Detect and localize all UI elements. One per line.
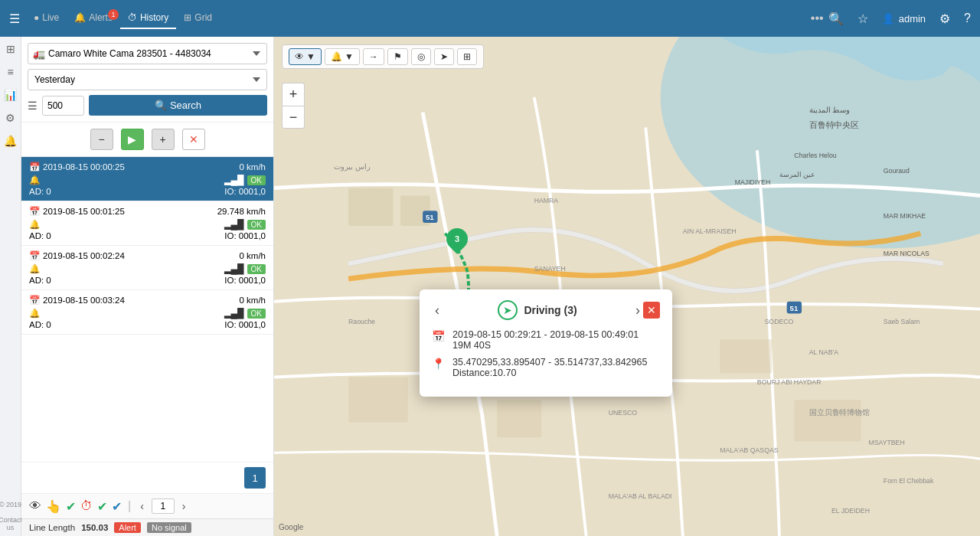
filter-row: 👁 👆 ✔ ⏱ ✔ ✔ | ‹ › [21,493,273,518]
map-area[interactable]: راس بيروت HAMRA AIN AL-MRAISEH MAJIDIYEH… [274,37,980,536]
limit-input[interactable] [42,96,84,116]
map-svg: راس بيروت HAMRA AIN AL-MRAISEH MAJIDIYEH… [274,37,980,536]
topnav-help-icon[interactable]: ? [964,11,971,25]
map-view-tool-button[interactable]: ⊞ [457,48,477,65]
prev-page-arrow[interactable]: ‹ [137,498,147,514]
svg-text:Gouraud: Gouraud [884,167,910,175]
admin-menu[interactable]: 👤 admin [882,13,926,25]
svg-rect-2 [348,188,393,226]
svg-text:BOURJ ABI HAYDAR: BOURJ ABI HAYDAR [757,378,822,386]
tab-grid[interactable]: ⊞ Grid [176,8,220,29]
truck-icon: 🚛 [33,48,45,60]
popup-calendar-icon: 📅 [432,330,445,342]
popup-prev-button[interactable]: ‹ [432,302,443,319]
more-tabs-icon[interactable]: ••• [806,11,828,25]
step-back-button[interactable]: − [90,129,113,150]
event-item-1[interactable]: 📅 2019-08-15 00:00:25 0 km/h 🔔 ▂▄█ OK AD… [21,157,273,201]
map-toolbar: 👁 ▼ 🔔 ▼ → ⚑ ◎ ➤ ⊞ [282,44,484,69]
playback-controls: − ▶ + ✕ [21,123,273,157]
step-forward-button[interactable]: + [152,129,175,150]
svg-text:EL JDEIDEH: EL JDEIDEH [831,507,870,515]
calendar-icon-4: 📅 [29,295,40,306]
leftnav-copyright: © 2019 Contact us [0,496,24,536]
svg-text:MAR NICOLAS: MAR NICOLAS [884,250,929,257]
eye-tool-button[interactable]: 👁 ▼ [289,48,322,65]
event-item-4[interactable]: 📅 2019-08-15 00:03:24 0 km/h 🔔 ▂▄█ OK AD… [21,290,273,335]
arrow-tool-button[interactable]: → [363,48,384,65]
popup-datetime-row: 📅 2019-08-15 00:29:21 - 2019-08-15 00:49… [432,329,660,351]
leftnav-icon-settings[interactable]: ⚙ [5,112,15,124]
sidebar: 🚛 Camaro White Cama 283501 - 4483034 Yes… [21,37,274,536]
filter-check3-icon[interactable]: ✔ [112,499,122,514]
popup-close-button[interactable]: ✕ [643,302,660,319]
flag-tool-button[interactable]: ⚑ [387,48,408,65]
navigate-tool-button[interactable]: ➤ [434,48,454,65]
menu-icon[interactable]: ☰ [9,11,20,26]
filter-clock-icon[interactable]: ⏱ [80,499,93,513]
zoom-out-button[interactable]: − [282,106,305,129]
map-copyright: Google [279,523,303,531]
list-view-icon[interactable]: ☰ [28,100,38,112]
svg-text:AL NAB'A: AL NAB'A [809,348,838,356]
tab-live[interactable]: ● Live [26,8,67,29]
alert-badge: Alert [114,522,141,533]
map-pin-marker: 3 [442,224,472,254]
event-item-3[interactable]: 📅 2019-08-15 00:02:24 0 km/h 🔔 ▂▄█ OK AD… [21,246,273,290]
leftnav-icon-alert[interactable]: 🔔 [4,135,17,147]
filter-check2-icon[interactable]: ✔ [97,499,107,514]
bell-tool-icon: 🔔 [331,51,342,62]
popup-location-row: 📍 35.470295,33.895407 - 35.514737,33.842… [432,357,660,378]
svg-text:راس بيروت: راس بيروت [334,162,371,172]
status-bar: Line Length 150.03 Alert No signal [21,518,273,536]
layers-tool-button[interactable]: ◎ [411,48,431,65]
filter-cursor-icon[interactable]: 👆 [46,499,61,514]
event-item-2[interactable]: 📅 2019-08-15 00:01:25 29.748 km/h 🔔 ▂▄█ … [21,201,273,246]
eye-icon: 👁 [295,51,304,62]
page-number-input[interactable] [152,498,175,514]
controls-area: 🚛 Camaro White Cama 283501 - 4483034 Yes… [21,37,273,123]
svg-text:Charles Helou: Charles Helou [794,152,836,159]
map-pin[interactable]: 3 [446,228,468,250]
svg-text:UNESCO: UNESCO [609,409,637,417]
search-button[interactable]: 🔍 Search [89,95,267,116]
svg-text:MAJIDIYEH: MAJIDIYEH [735,178,771,186]
filter-check-icon[interactable]: ✔ [66,499,76,514]
svg-text:Forn El Chebbak: Forn El Chebbak [884,477,934,485]
svg-text:百鲁特中央区: 百鲁特中央区 [809,119,859,129]
tab-alerts[interactable]: 🔔 Alerts 1 [67,8,120,29]
svg-text:AIN AL-MRAISEH: AIN AL-MRAISEH [683,227,737,235]
topnav-star-icon[interactable]: ☆ [858,11,868,26]
topnav-settings-icon[interactable]: ⚙ [939,11,950,26]
eye-dropdown-icon: ▼ [306,51,315,62]
date-range-select[interactable]: Yesterday [28,69,267,90]
svg-text:SODECO: SODECO [765,318,794,325]
bell-tool-button[interactable]: 🔔 ▼ [325,48,360,65]
play-button[interactable]: ▶ [121,129,144,150]
grid-icon: ⊞ [184,12,191,23]
filter-separator: | [128,499,131,513]
filter-eye-icon[interactable]: 👁 [29,499,41,513]
svg-text:51: 51 [790,304,799,312]
alerts-badge: 1 [108,9,119,20]
vehicle-select[interactable]: Camaro White Cama 283501 - 4483034 [28,43,267,64]
zoom-in-button[interactable]: + [282,83,305,106]
live-icon: ● [34,12,39,23]
page-1-button[interactable]: 1 [244,467,266,489]
next-page-arrow[interactable]: › [179,498,189,514]
leftnav-icon-map[interactable]: ⊞ [6,43,15,55]
svg-text:Saeb Salam: Saeb Salam [884,318,920,325]
svg-rect-6 [720,339,772,373]
step-back-icon: − [98,133,104,145]
svg-rect-9 [794,400,861,441]
status-badge-3: OK [247,264,266,274]
bell-icon-3: 🔔 [29,263,40,274]
leftnav-icon-chart[interactable]: 📊 [4,89,17,101]
topnav-search-icon[interactable]: 🔍 [828,11,844,26]
popup-header: ‹ ➤ Driving (3) › ✕ [432,300,660,320]
stop-button[interactable]: ✕ [182,129,205,150]
left-nav: ⊞ ≡ 📊 ⚙ 🔔 © 2019 Contact us [0,37,21,536]
status-badge-1: OK [247,175,266,185]
popup-next-button[interactable]: › [632,302,643,319]
leftnav-icon-list[interactable]: ≡ [7,66,13,78]
tab-history[interactable]: ⏱ History [120,8,176,29]
